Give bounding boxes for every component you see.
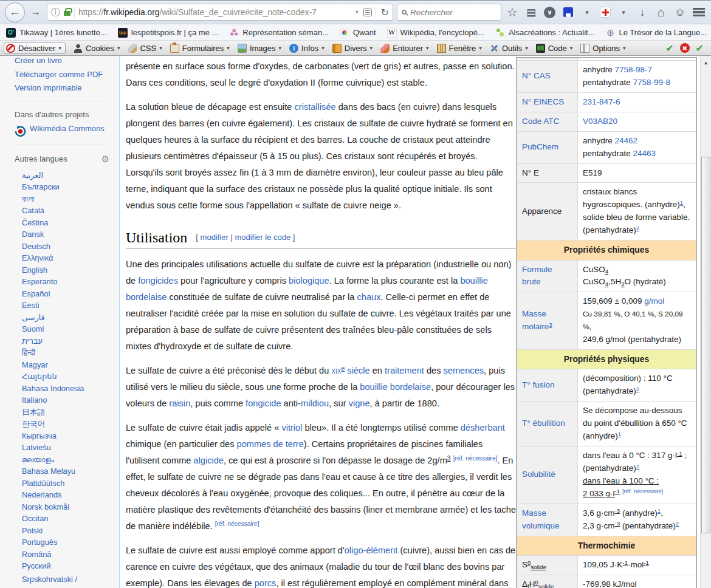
- url-dropdown-icon[interactable]: ▼: [354, 9, 360, 15]
- inline-link[interactable]: Code ATC: [522, 117, 559, 126]
- inline-link[interactable]: [réf. nécessaire]: [453, 455, 498, 462]
- language-link[interactable]: Български: [22, 181, 113, 193]
- forward-button[interactable]: →: [29, 5, 43, 19]
- language-link[interactable]: Polski: [22, 525, 113, 537]
- inline-link[interactable]: xix: [331, 366, 341, 375]
- inline-link[interactable]: e: [341, 364, 345, 372]
- inline-link[interactable]: [réf. nécessaire]: [622, 488, 663, 494]
- validation-status-icon[interactable]: [696, 43, 704, 54]
- inline-link[interactable]: 231-847-6: [583, 97, 620, 106]
- toolbar-icon[interactable]: [506, 5, 518, 19]
- inline-link[interactable]: chaux: [357, 292, 380, 302]
- toolbar-icon[interactable]: [600, 7, 611, 18]
- language-link[interactable]: മലയാളം: [22, 454, 113, 466]
- devbar-menu[interactable]: Options ▾: [580, 44, 625, 53]
- language-link[interactable]: বাংলা: [22, 193, 113, 205]
- devbar-menu[interactable]: Infos ▾: [289, 44, 325, 53]
- lock-icon[interactable]: [64, 11, 70, 16]
- language-link[interactable]: עברית: [22, 335, 113, 347]
- scrollbar-thumb[interactable]: [701, 157, 710, 533]
- url-bar[interactable]: ⓘ https://fr.wikipedia.org/wiki/Sulfate_…: [47, 4, 393, 21]
- language-link[interactable]: Русский: [22, 560, 113, 572]
- language-link[interactable]: Кыргызча: [22, 430, 113, 442]
- inline-link[interactable]: semences: [444, 366, 484, 375]
- site-info-icon[interactable]: ⓘ: [51, 7, 60, 18]
- inline-link[interactable]: pommes de terre: [237, 439, 304, 449]
- bookmark-item[interactable]: Wikipédia, l'encyclopé...: [387, 28, 484, 38]
- inline-link[interactable]: Masse volumique: [522, 508, 560, 530]
- devbar-menu[interactable]: CSS ▾: [128, 44, 162, 53]
- edit-link[interactable]: modifier: [201, 233, 228, 242]
- inline-link[interactable]: Formule brute: [522, 265, 552, 287]
- bookmark-item[interactable]: Le Trésor de la Langue...: [606, 28, 707, 38]
- language-link[interactable]: فارسی: [22, 312, 113, 324]
- inline-link[interactable]: T° fusion: [522, 380, 554, 389]
- bookmark-item[interactable]: Alsacréations : Actualit...: [495, 28, 595, 38]
- language-link[interactable]: Deutsch: [22, 241, 113, 253]
- inline-link[interactable]: fongicides: [138, 276, 178, 285]
- language-link[interactable]: Nederlands: [22, 489, 113, 501]
- inline-link[interactable]: 2: [636, 463, 639, 470]
- inline-link[interactable]: algicide: [193, 456, 224, 465]
- devbar-menu[interactable]: Code ▾: [536, 44, 573, 53]
- bookmark-item[interactable]: Tikaway | 1ères lunette...: [6, 28, 107, 38]
- inline-link[interactable]: 24462: [615, 136, 638, 145]
- language-link[interactable]: Ελληνικά: [22, 252, 113, 264]
- inline-link[interactable]: N° EINECS: [522, 97, 564, 106]
- inline-link[interactable]: V03AB20: [583, 117, 617, 126]
- inline-link[interactable]: traitement: [385, 366, 424, 375]
- inline-link[interactable]: cristallisée: [295, 102, 336, 112]
- sidebar-tool-link[interactable]: Version imprimable: [15, 83, 106, 94]
- language-link[interactable]: Occitan: [22, 513, 113, 525]
- language-link[interactable]: العربية: [22, 169, 113, 182]
- reader-mode-icon[interactable]: [363, 9, 372, 16]
- inline-link[interactable]: [réf. nécessaire]: [215, 521, 259, 527]
- inline-link[interactable]: oligo-élément: [345, 545, 398, 555]
- inline-link[interactable]: 1: [618, 431, 621, 437]
- inline-link[interactable]: siècle: [345, 366, 369, 375]
- sidebar-tool-link[interactable]: Créer un livre: [15, 56, 106, 66]
- validation-status-icon[interactable]: [665, 43, 673, 54]
- validation-status-icon[interactable]: [680, 43, 690, 53]
- inline-link[interactable]: Solubilité: [522, 470, 555, 479]
- inline-link[interactable]: 7758-99-8: [633, 78, 671, 87]
- toolbar-icon[interactable]: [544, 7, 555, 18]
- language-link[interactable]: English: [22, 264, 113, 276]
- toolbar-icon[interactable]: [617, 5, 630, 19]
- inline-link[interactable]: Masse molaire: [522, 309, 549, 331]
- reload-icon[interactable]: ↻: [381, 7, 389, 18]
- toolbar-icon[interactable]: [525, 5, 537, 19]
- search-bar[interactable]: [397, 4, 501, 21]
- language-link[interactable]: Srpskohrvatski / српскохрватски: [22, 574, 113, 588]
- inline-link[interactable]: 2: [636, 386, 639, 392]
- url-input[interactable]: https://fr.wikipedia.org/wiki/Sulfate_de…: [78, 8, 351, 17]
- language-link[interactable]: 日本語: [22, 406, 113, 419]
- inline-link[interactable]: vigne: [349, 398, 370, 408]
- language-link[interactable]: Italiano: [22, 394, 113, 406]
- toolbar-icon[interactable]: [581, 5, 593, 19]
- language-link[interactable]: Español: [22, 288, 113, 300]
- language-link[interactable]: Bahasa Indonesia: [22, 383, 113, 395]
- inline-link[interactable]: 24463: [633, 149, 656, 158]
- devbar-menu[interactable]: Outils ▾: [490, 44, 528, 53]
- inline-link[interactable]: 2: [636, 225, 639, 231]
- scrollbar-up-arrow[interactable]: ▲: [701, 58, 711, 68]
- back-button[interactable]: ←: [5, 2, 25, 22]
- bookmark-item[interactable]: Représentation séman...: [229, 28, 329, 38]
- inline-link[interactable]: fongicide: [246, 398, 281, 408]
- vertical-scrollbar[interactable]: ▲: [700, 56, 711, 588]
- language-link[interactable]: Bahasa Melayu: [22, 465, 113, 477]
- sidebar-tool-link[interactable]: Télécharger comme PDF: [15, 69, 106, 80]
- language-link[interactable]: 한국어: [22, 418, 113, 430]
- bookmark-item[interactable]: lespetitspois.fr | ça me ...: [118, 28, 219, 38]
- devbar-menu[interactable]: Fenêtre ▾: [437, 44, 482, 53]
- inline-link[interactable]: g/mol: [644, 296, 664, 306]
- edit-code-link[interactable]: modifier le code: [235, 233, 290, 242]
- language-link[interactable]: Latviešu: [22, 442, 113, 454]
- inline-link[interactable]: 1: [680, 199, 683, 206]
- language-link[interactable]: Čeština: [22, 217, 113, 229]
- language-link[interactable]: Português: [22, 536, 113, 549]
- inline-link[interactable]: biologique: [289, 276, 329, 285]
- language-link[interactable]: Suomi: [22, 323, 113, 335]
- inline-link[interactable]: 1: [658, 507, 661, 514]
